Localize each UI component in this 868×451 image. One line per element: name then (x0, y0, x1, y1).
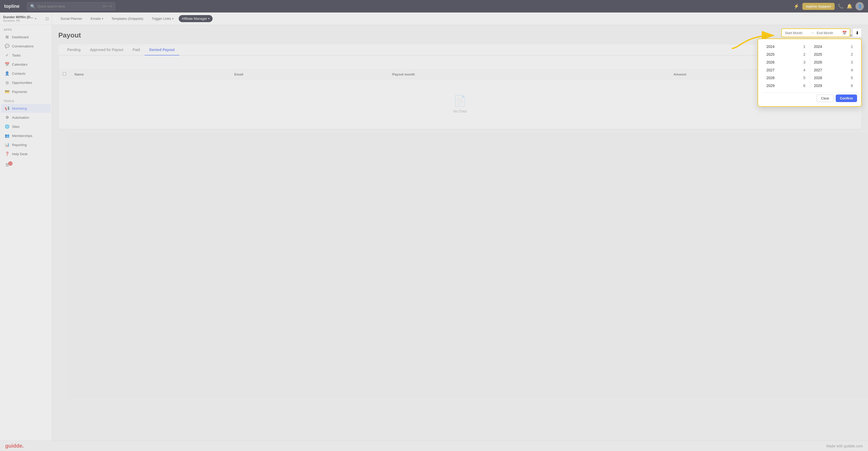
page-overlay (0, 0, 356, 200)
